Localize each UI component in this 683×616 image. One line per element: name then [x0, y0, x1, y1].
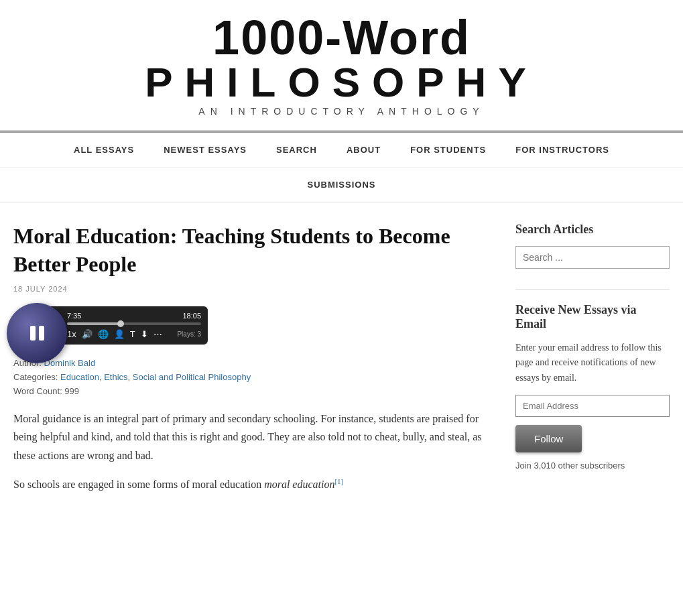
- email-heading-text: Receive New Essays via Email: [515, 303, 636, 330]
- word-count-text: Word Count: 999: [13, 386, 79, 396]
- nav-item-submissions[interactable]: SUBMISSIONS: [292, 168, 390, 202]
- sidebar: Search Articles Receive New Essays via E…: [515, 223, 670, 504]
- article-body: Moral guidance is an integral part of pr…: [13, 410, 489, 493]
- footnote-link-1[interactable]: [1]: [334, 477, 343, 485]
- nav-primary-row: ALL ESSAYS NEWEST ESSAYS SEARCH ABOUT FO…: [59, 133, 624, 167]
- plays-badge: Plays: 3: [177, 330, 201, 338]
- nav-item-for-instructors[interactable]: FOR INSTRUCTORS: [501, 133, 624, 167]
- audio-speed-button[interactable]: 1x: [67, 329, 76, 339]
- email-description-text: Enter your email address to follow this …: [515, 343, 662, 383]
- title-part1: 1000-Word: [212, 11, 471, 64]
- nav-item-about[interactable]: ABOUT: [332, 133, 395, 167]
- site-header: 1000-Word PHILOSOPHY An Introductory Ant…: [0, 0, 683, 131]
- article-title-text: Moral Education: Teaching Students to Be…: [13, 224, 450, 276]
- email-description: Enter your email address to follow this …: [515, 341, 670, 385]
- audio-download-button[interactable]: ⬇: [141, 329, 148, 339]
- subscriber-count-text: Join 3,010 other subscribers: [515, 460, 625, 471]
- audio-current-time: 7:35: [67, 312, 81, 320]
- site-title: 1000-Word: [141, 13, 543, 62]
- category-link-ethics[interactable]: Ethics: [104, 372, 127, 382]
- audio-volume-button[interactable]: 🔊: [82, 329, 92, 339]
- pause-bar-right: [39, 326, 44, 341]
- follow-button-label: Follow: [534, 433, 563, 444]
- audio-icons-row: 1x 🔊 🌐 👤 T ⬇ ⋯ Plays: 3: [67, 329, 201, 339]
- search-heading-text: Search Articles: [515, 223, 593, 236]
- subtitle-text: An Introductory Anthology: [198, 106, 484, 117]
- pause-bar-left: [30, 326, 36, 341]
- speed-label: 1x: [67, 329, 76, 339]
- subscriber-count: Join 3,010 other subscribers: [515, 460, 670, 471]
- nav-secondary-row: SUBMISSIONS: [0, 167, 683, 202]
- nav-item-search[interactable]: SEARCH: [261, 133, 332, 167]
- pause-icon: [30, 326, 44, 341]
- follow-button[interactable]: Follow: [515, 425, 582, 452]
- article-categories-meta: Categories: Education, Ethics, Social an…: [13, 372, 489, 382]
- article-date: 18 JULY 2024: [13, 285, 489, 293]
- email-input[interactable]: [515, 395, 670, 417]
- audio-text-button[interactable]: T: [130, 329, 135, 339]
- audio-player[interactable]: 7:35 18:05 1x 🔊 🌐 👤 T ⬇: [13, 306, 194, 345]
- audio-progress-track[interactable]: [67, 322, 201, 325]
- content-wrapper: Moral Education: Teaching Students to Be…: [0, 202, 683, 504]
- category-link-education[interactable]: Education: [60, 372, 99, 382]
- pause-button[interactable]: [7, 303, 67, 363]
- article-author-meta: Author: Dominik Bald: [13, 358, 489, 368]
- audio-time-row: 7:35 18:05: [67, 312, 201, 320]
- audio-share-button[interactable]: 🌐: [98, 329, 109, 339]
- para-2-text: So schools are engaged in some forms of …: [13, 479, 261, 490]
- email-heading: Receive New Essays via Email: [515, 303, 670, 331]
- site-subtitle: An Introductory Anthology: [141, 106, 543, 117]
- para-1-text: Moral guidance is an integral part of pr…: [13, 413, 482, 460]
- nav-item-for-students[interactable]: FOR STUDENTS: [395, 133, 501, 167]
- audio-progress-fill: [67, 322, 121, 325]
- sidebar-divider: [515, 289, 670, 290]
- nav-item-all-essays[interactable]: ALL ESSAYS: [59, 133, 149, 167]
- nav-item-newest-essays[interactable]: NEWEST ESSAYS: [149, 133, 261, 167]
- site-title-philosophy: PHILOSOPHY: [141, 62, 543, 103]
- main-content: Moral Education: Teaching Students to Be…: [13, 223, 489, 504]
- date-text: 18 JULY 2024: [13, 285, 68, 293]
- audio-progress-thumb: [117, 320, 124, 327]
- audio-total-time: 18:05: [182, 312, 201, 320]
- footnote-1: [1]: [334, 477, 343, 485]
- audio-more-button[interactable]: ⋯: [153, 329, 162, 339]
- article-title: Moral Education: Teaching Students to Be…: [13, 223, 489, 278]
- word-count: Word Count: 999: [13, 386, 489, 396]
- sidebar-search-section: Search Articles: [515, 223, 670, 269]
- search-heading: Search Articles: [515, 223, 670, 237]
- category-link-social-political[interactable]: Social and Political Philosophy: [133, 372, 251, 382]
- categories-label: Categories:: [13, 372, 58, 382]
- article-paragraph-1: Moral guidance is an integral part of pr…: [13, 410, 489, 465]
- audio-user-button[interactable]: 👤: [114, 329, 125, 339]
- italic-term: moral education: [264, 479, 334, 490]
- article-paragraph-2: So schools are engaged in some forms of …: [13, 475, 489, 494]
- main-nav: ALL ESSAYS NEWEST ESSAYS SEARCH ABOUT FO…: [0, 131, 683, 202]
- title-part2: PHILOSOPHY: [145, 59, 538, 105]
- author-link[interactable]: Dominik Bald: [44, 358, 96, 368]
- search-input[interactable]: [515, 246, 670, 269]
- site-logo: 1000-Word PHILOSOPHY An Introductory Ant…: [141, 13, 543, 117]
- sidebar-email-section: Receive New Essays via Email Enter your …: [515, 303, 670, 471]
